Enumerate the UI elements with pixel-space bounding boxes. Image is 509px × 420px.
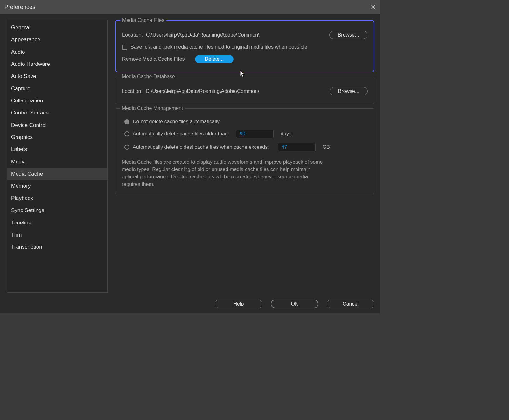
sidebar-item-trim[interactable]: Trim [7,229,107,241]
location-label: Location: [122,88,143,94]
close-icon[interactable] [371,4,376,10]
cache-db-location-row: Location: C:\Users\leirp\AppData\Roaming… [122,85,368,98]
columns: GeneralAppearanceAudioAudio HardwareAuto… [7,20,374,293]
sidebar-item-media-cache[interactable]: Media Cache [7,168,107,180]
size-input[interactable] [278,143,316,151]
sidebar-item-memory[interactable]: Memory [7,180,107,192]
delete-cache-button[interactable]: Delete... [195,55,234,63]
browse-cache-db-button[interactable]: Browse... [330,87,368,95]
sidebar-item-graphics[interactable]: Graphics [7,131,107,143]
media-cache-files-group: Media Cache Files Location: C:\Users\lei… [115,20,374,72]
sidebar-item-media[interactable]: Media [7,156,107,168]
mgmt-option-size[interactable]: Automatically delete oldest cache files … [122,141,368,154]
save-next-checkbox[interactable] [122,45,127,50]
location-label: Location: [122,32,143,38]
save-next-label: Save .cfa and .pek media cache files nex… [130,44,307,50]
age-input[interactable] [236,130,274,138]
location-value: C:\Users\leirp\AppData\Roaming\Adobe\Com… [146,32,260,38]
save-next-row[interactable]: Save .cfa and .pek media cache files nex… [122,42,367,52]
sidebar-item-collaboration[interactable]: Collaboration [7,95,107,107]
sidebar-item-capture[interactable]: Capture [7,83,107,95]
content-panel: Media Cache Files Location: C:\Users\lei… [115,20,374,293]
sidebar-item-timeline[interactable]: Timeline [7,217,107,229]
titlebar: Preferences [0,0,380,14]
remove-cache-row: Remove Media Cache Files Delete... [122,52,367,66]
location-value: C:\Users\leirp\AppData\Roaming\Adobe\Com… [146,88,259,94]
age-unit: days [281,131,291,137]
radio-age-label: Automatically delete cache files older t… [133,131,229,137]
sidebar-item-audio-hardware[interactable]: Audio Hardware [7,58,107,70]
group-legend: Media Cache Database [120,74,177,79]
cancel-button[interactable]: Cancel [327,300,374,308]
remove-cache-label: Remove Media Cache Files [122,56,185,62]
mgmt-option-none[interactable]: Do not delete cache files automatically [122,116,368,127]
preferences-dialog: Preferences GeneralAppearanceAudioAudio … [0,0,380,313]
radio-size-label: Automatically delete oldest cache files … [133,144,269,150]
size-unit: GB [323,144,330,150]
cache-files-location-row: Location: C:\Users\leirp\AppData\Roaming… [122,28,367,42]
media-cache-database-group: Media Cache Database Location: C:\Users\… [115,77,374,104]
sidebar-item-sync-settings[interactable]: Sync Settings [7,204,107,217]
radio-none-label: Do not delete cache files automatically [133,119,220,125]
media-cache-management-group: Media Cache Management Do not delete cac… [115,108,374,194]
group-legend: Media Cache Management [120,106,185,111]
sidebar-item-control-surface[interactable]: Control Surface [7,107,107,119]
window-body: GeneralAppearanceAudioAudio HardwareAuto… [0,14,380,313]
sidebar-item-general[interactable]: General [7,22,107,34]
sidebar-item-appearance[interactable]: Appearance [7,34,107,46]
sidebar: GeneralAppearanceAudioAudio HardwareAuto… [7,20,108,293]
dialog-footer: Help OK Cancel [7,293,374,308]
sidebar-item-auto-save[interactable]: Auto Save [7,70,107,82]
sidebar-item-transcription[interactable]: Transcription [7,241,107,253]
radio-age[interactable] [124,131,129,136]
ok-button[interactable]: OK [271,300,318,308]
sidebar-item-labels[interactable]: Labels [7,143,107,155]
sidebar-item-playback[interactable]: Playback [7,192,107,204]
radio-size[interactable] [124,145,129,150]
sidebar-item-audio[interactable]: Audio [7,46,107,58]
group-legend: Media Cache Files [120,17,166,23]
management-description: Media Cache files are created to display… [122,158,325,188]
sidebar-item-device-control[interactable]: Device Control [7,119,107,131]
window-title: Preferences [4,4,35,10]
mgmt-option-age[interactable]: Automatically delete cache files older t… [122,127,368,141]
radio-none[interactable] [124,119,129,124]
browse-cache-files-button[interactable]: Browse... [329,31,367,39]
help-button[interactable]: Help [215,300,262,308]
